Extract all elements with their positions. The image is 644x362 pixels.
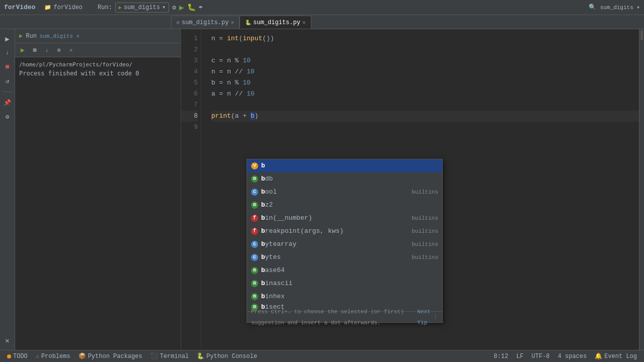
ac-item-binascii[interactable]: m binascii xyxy=(247,277,442,290)
terminal-icon: ⬛ xyxy=(150,352,158,360)
ac-item-bytes[interactable]: c bytes builtins xyxy=(247,251,442,264)
file-tab-2[interactable]: 🐍 sum_digits.py ✕ xyxy=(239,16,311,29)
statusbar-console[interactable]: 🐍 Python Console xyxy=(194,352,260,360)
statusbar-todo[interactable]: TODO xyxy=(4,353,31,360)
ac-icon-bytearray: c xyxy=(251,241,258,248)
debug-button[interactable]: 🐛 xyxy=(187,3,196,12)
packages-icon: 📦 xyxy=(78,352,86,360)
lf-label: LF xyxy=(516,353,523,360)
sidebar-stop-icon[interactable]: ■ xyxy=(2,61,13,72)
main-area: ▶ ↓ ■ ↺ 📌 ⚙ ✕ ▶ Run sum_digits ✕ ▶ ■ ↓ ⚙… xyxy=(0,29,644,350)
sidebar-pin-icon[interactable]: 📌 xyxy=(2,97,13,108)
statusbar-encoding[interactable]: UTF-8 xyxy=(529,353,553,360)
ac-item-base64[interactable]: m base64 xyxy=(247,264,442,277)
todo-label: TODO xyxy=(13,353,28,360)
indent-label: 4 spaces xyxy=(558,353,587,360)
run-close2-icon[interactable]: ✕ xyxy=(65,45,76,56)
ac-source-bool: builtins xyxy=(412,187,438,198)
sidebar-settings-icon[interactable]: ⚙ xyxy=(2,111,13,122)
app-title: forVideo xyxy=(4,4,35,11)
run-stop-icon[interactable]: ■ xyxy=(29,45,40,56)
ac-item-bz2[interactable]: m bz2 xyxy=(247,199,442,212)
ac-icon-bz2: m xyxy=(251,202,258,209)
project-tab[interactable]: 📁 forVideo xyxy=(39,2,88,14)
statusbar-lf[interactable]: LF xyxy=(513,353,526,360)
problems-icon: ⚠ xyxy=(36,352,39,360)
editor-area[interactable]: 1 2 3 4 5 6 7 8 9 n = int(input()) c = n… xyxy=(181,29,644,350)
file-tab-1-close[interactable]: ✕ xyxy=(231,19,234,26)
run-panel-header: ▶ Run sum_digits ✕ xyxy=(15,29,181,43)
packages-label: Python Packages xyxy=(88,353,142,360)
ac-icon-bdb: m xyxy=(251,175,258,183)
autocomplete-dropdown[interactable]: v b m bdb c bool builtins m xyxy=(247,159,443,323)
run-settings2-icon[interactable]: ⚙ xyxy=(53,45,64,56)
position-label: 8:12 xyxy=(494,353,508,360)
run-output-text: Process finished with exit code 0 xyxy=(19,70,177,77)
run-panel-title: Run xyxy=(26,33,37,40)
ac-item-breakpoint[interactable]: f breakpoint(args, kws) builtins xyxy=(247,225,442,238)
coverage-button[interactable]: ☂ xyxy=(199,3,203,12)
ac-item-bytearray[interactable]: c bytearray builtins xyxy=(247,238,442,251)
ac-source-breakpoint: builtins xyxy=(412,226,438,237)
ac-item-bin[interactable]: f bin(__number) builtins xyxy=(247,212,442,225)
run-config-dropdown-2[interactable]: sum_digits ▾ xyxy=(600,4,640,11)
run-rerun-icon[interactable]: ▶ xyxy=(17,45,28,56)
run-config-label: sum_digits xyxy=(124,4,160,11)
statusbar-packages[interactable]: 📦 Python Packages xyxy=(75,352,145,360)
settings-icon[interactable]: ⚙ xyxy=(172,4,176,12)
statusbar: TODO ⚠ Problems 📦 Python Packages ⬛ Term… xyxy=(0,350,644,362)
run-button[interactable]: ▶ xyxy=(179,3,184,13)
ac-icon-b: v xyxy=(251,162,258,169)
sidebar-rerun-icon[interactable]: ↺ xyxy=(2,75,13,86)
sidebar-close-icon[interactable]: ✕ xyxy=(2,335,13,346)
run-panel-tab[interactable]: sum_digits ✕ xyxy=(40,33,79,39)
ac-label-binhex: binhex xyxy=(261,291,435,302)
encoding-label: UTF-8 xyxy=(532,353,550,360)
statusbar-problems[interactable]: ⚠ Problems xyxy=(33,352,73,360)
statusbar-eventlog[interactable]: 🔔 Event Log xyxy=(592,352,640,360)
statusbar-right: 8:12 LF UTF-8 4 spaces 🔔 Event Log xyxy=(491,352,640,360)
statusbar-position[interactable]: 8:12 xyxy=(491,353,511,360)
ac-item-bdb[interactable]: m bdb xyxy=(247,172,442,186)
todo-dot xyxy=(7,354,11,358)
ac-source-bytes: builtins xyxy=(412,252,438,263)
problems-label: Problems xyxy=(41,353,70,360)
line-numbers: 1 2 3 4 5 6 7 8 9 xyxy=(181,29,201,350)
ac-label-b: b xyxy=(261,160,435,171)
ac-label-bool: bool xyxy=(261,187,409,198)
run-panel-toolbar: ▶ ■ ↓ ⚙ ✕ xyxy=(15,43,181,57)
file-tab-1[interactable]: ⚙ sum_digits.py ✕ xyxy=(171,16,239,29)
ac-next-tip[interactable]: Next Tip xyxy=(417,306,433,328)
ac-tip-text: Press Ctrl+. to choose the selected (or … xyxy=(251,306,417,328)
sidebar-step-icon[interactable]: ↓ xyxy=(2,47,13,58)
run-scroll-icon[interactable]: ↓ xyxy=(41,45,52,56)
ac-item-bool[interactable]: c bool builtins xyxy=(247,186,442,199)
search-icon[interactable]: 🔍 xyxy=(589,4,596,11)
code-line-1: n = int(input()) xyxy=(211,33,639,44)
file-tab-2-close[interactable]: ✕ xyxy=(302,19,306,26)
statusbar-terminal[interactable]: ⬛ Terminal xyxy=(147,352,192,360)
right-scrollbar[interactable] xyxy=(639,29,644,350)
ac-icon-bytes: c xyxy=(251,254,258,261)
code-line-2 xyxy=(211,44,639,55)
run-config-selector[interactable]: ▶ sum_digits ▾ xyxy=(115,3,169,13)
ac-item-b[interactable]: v b xyxy=(247,159,442,172)
ac-icon-bool: c xyxy=(251,189,258,196)
code-line-3: c = n % 10 xyxy=(211,55,639,66)
code-line-5: b = n % 10 xyxy=(211,77,639,88)
ac-tip-bar: Press Ctrl+. to choose the selected (or … xyxy=(247,311,442,322)
ac-item-binhex[interactable]: m binhex xyxy=(247,290,442,303)
statusbar-indent[interactable]: 4 spaces xyxy=(555,353,590,360)
code-content[interactable]: n = int(input()) c = n % 10 n = n // 10 … xyxy=(201,29,639,350)
console-icon: 🐍 xyxy=(197,352,204,360)
eventlog-icon: 🔔 xyxy=(595,352,602,360)
ac-icon-binascii: m xyxy=(251,280,258,287)
ac-source-bin: builtins xyxy=(412,213,438,224)
ac-source-bytearray: builtins xyxy=(412,239,438,250)
sidebar-run-icon[interactable]: ▶ xyxy=(2,33,13,44)
tab-bar: 📁 forVideo xyxy=(39,2,88,14)
ac-label-bdb: bdb xyxy=(261,173,435,185)
run-label: Run: xyxy=(98,4,112,11)
ac-icon-bin: f xyxy=(251,215,258,222)
ac-menu-icon[interactable]: ⋮ xyxy=(433,312,438,323)
